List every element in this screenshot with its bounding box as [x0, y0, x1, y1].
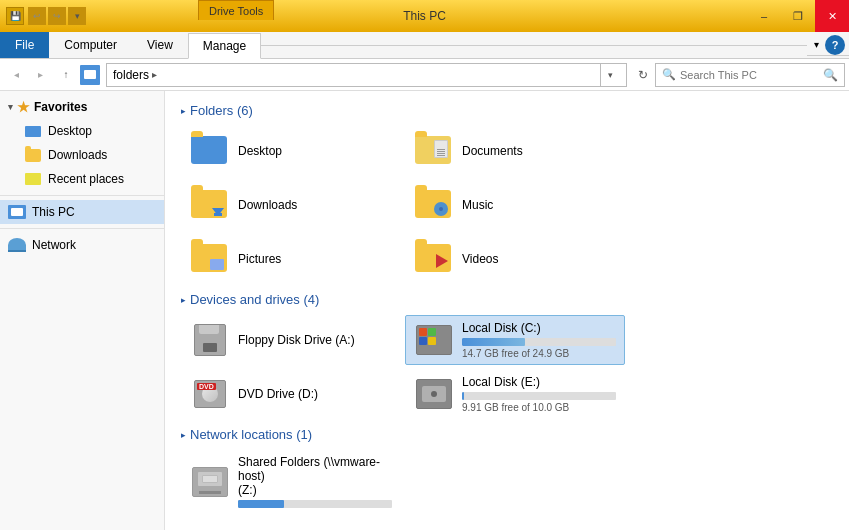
devices-grid: Floppy Disk Drive (A:): [181, 315, 833, 419]
drive-tools-tab[interactable]: Drive Tools: [198, 0, 274, 20]
device-dvd[interactable]: DVD DVD Drive (D:): [181, 369, 401, 419]
device-floppy[interactable]: Floppy Disk Drive (A:): [181, 315, 401, 365]
restore-button[interactable]: ❐: [781, 0, 815, 32]
main-container: ▾ ★ Favorites Desktop Downloads Recent p…: [0, 91, 849, 530]
shared-progress-bar: [238, 500, 284, 508]
folders-section-header[interactable]: ▸ Folders (6): [181, 103, 833, 118]
folders-chevron: ▸: [181, 106, 186, 116]
network-grid: Shared Folders (\\vmware-host) (Z:): [181, 450, 833, 513]
back-button[interactable]: ◂: [4, 63, 28, 87]
quick-access-dropdown[interactable]: ▾: [68, 7, 86, 25]
network-section-header[interactable]: ▸ Network locations (1): [181, 427, 833, 442]
device-localc[interactable]: Local Disk (C:) 14.7 GB free of 24.9 GB: [405, 315, 625, 365]
locale-progress-bar: [462, 392, 464, 400]
floppy-label: Floppy Disk Drive (A:): [238, 333, 392, 347]
breadcrumb-bar[interactable]: folders ▸ ▾: [106, 63, 627, 87]
desktop-icon: [24, 122, 42, 140]
sidebar-section-favorites[interactable]: ▾ ★ Favorites: [0, 95, 164, 119]
shared-drive-label: (Z:): [238, 483, 392, 497]
folder-pictures-icon: [190, 239, 230, 279]
device-shared[interactable]: Shared Folders (\\vmware-host) (Z:): [181, 450, 401, 513]
sidebar-item-network[interactable]: Network: [0, 233, 164, 257]
folder-downloads[interactable]: Downloads: [181, 180, 401, 230]
sidebar-downloads-label: Downloads: [48, 148, 107, 162]
sidebar-item-recent[interactable]: Recent places: [0, 167, 164, 191]
folder-desktop-icon: [190, 131, 230, 171]
sidebar-item-downloads[interactable]: Downloads: [0, 143, 164, 167]
devices-section-header[interactable]: ▸ Devices and drives (4): [181, 292, 833, 307]
devices-section-label: Devices and drives (4): [190, 292, 319, 307]
breadcrumb-dropdown-button[interactable]: ▾: [600, 63, 620, 87]
network-section-label: Network locations (1): [190, 427, 312, 442]
localc-progress-bar: [462, 338, 525, 346]
folder-desktop[interactable]: Desktop: [181, 126, 401, 176]
tab-manage[interactable]: Manage: [188, 33, 261, 59]
localc-progress-track: [462, 338, 616, 346]
folder-music-label: Music: [462, 198, 493, 212]
folder-videos-icon: [414, 239, 454, 279]
thispc-icon: [8, 203, 26, 221]
quick-access-redo[interactable]: ↪: [48, 7, 66, 25]
close-button[interactable]: ✕: [815, 0, 849, 32]
localc-size: 14.7 GB free of 24.9 GB: [462, 348, 616, 359]
search-submit-button[interactable]: 🔍: [823, 68, 838, 82]
locale-label: Local Disk (E:): [462, 375, 616, 389]
quick-access-save[interactable]: 💾: [6, 7, 24, 25]
ribbon-collapse-button[interactable]: ▾: [807, 36, 825, 54]
minimize-button[interactable]: –: [747, 0, 781, 32]
sidebar-thispc-label: This PC: [32, 205, 75, 219]
content-area: ▸ Folders (6) Desktop: [165, 91, 849, 530]
folder-downloads-icon: [190, 185, 230, 225]
folder-documents-label: Documents: [462, 144, 523, 158]
folder-pictures[interactable]: Pictures: [181, 234, 401, 284]
localc-icon: [414, 320, 454, 360]
tab-manage-label: Manage: [203, 39, 246, 53]
tab-computer[interactable]: Computer: [49, 32, 132, 58]
breadcrumb-thispc: folders: [113, 68, 149, 82]
folder-music-icon: [414, 185, 454, 225]
folder-desktop-label: Desktop: [238, 144, 282, 158]
folder-music[interactable]: Music: [405, 180, 625, 230]
recent-places-icon: [24, 170, 42, 188]
sidebar: ▾ ★ Favorites Desktop Downloads Recent p…: [0, 91, 165, 530]
title-bar: 💾 ↩ ↪ ▾ Drive Tools This PC – ❐ ✕: [0, 0, 849, 32]
sidebar-item-desktop[interactable]: Desktop: [0, 119, 164, 143]
tab-view[interactable]: View: [132, 32, 188, 58]
network-icon: [8, 236, 26, 254]
search-prefix-icon: 🔍: [662, 68, 676, 81]
search-box: 🔍 🔍: [655, 63, 845, 87]
tab-file[interactable]: File: [0, 32, 49, 58]
thispc-breadcrumb-icon: [80, 65, 100, 85]
breadcrumb-label: folders: [113, 68, 149, 82]
locale-size: 9.91 GB free of 10.0 GB: [462, 402, 616, 413]
up-button[interactable]: ↑: [54, 63, 78, 87]
floppy-info: Floppy Disk Drive (A:): [238, 333, 392, 347]
quick-access-undo[interactable]: ↩: [28, 7, 46, 25]
help-button[interactable]: ?: [825, 35, 845, 55]
forward-button[interactable]: ▸: [28, 63, 52, 87]
favorites-chevron: ▾: [8, 102, 13, 112]
locale-info: Local Disk (E:) 9.91 GB free of 10.0 GB: [462, 375, 616, 413]
window-title: This PC: [403, 9, 446, 23]
favorites-label: Favorites: [34, 100, 87, 114]
sidebar-recent-label: Recent places: [48, 172, 124, 186]
sidebar-item-thispc[interactable]: This PC: [0, 200, 164, 224]
dvd-info: DVD Drive (D:): [238, 387, 392, 401]
breadcrumb-separator: ▸: [152, 69, 157, 80]
folder-videos[interactable]: Videos: [405, 234, 625, 284]
folder-pictures-label: Pictures: [238, 252, 281, 266]
shared-folders-icon: [190, 462, 230, 502]
shared-label: Shared Folders (\\vmware-host): [238, 455, 392, 483]
shared-progress-track: [238, 500, 392, 508]
locale-icon: [414, 374, 454, 414]
search-input[interactable]: [680, 69, 820, 81]
device-locale[interactable]: Local Disk (E:) 9.91 GB free of 10.0 GB: [405, 369, 625, 419]
floppy-drive-icon: [190, 320, 230, 360]
refresh-button[interactable]: ↻: [631, 63, 655, 87]
locale-progress-track: [462, 392, 616, 400]
tab-computer-label: Computer: [64, 38, 117, 52]
window-controls: – ❐ ✕: [747, 0, 849, 32]
folder-documents-icon: [414, 131, 454, 171]
folder-documents[interactable]: Documents: [405, 126, 625, 176]
network-chevron: ▸: [181, 430, 186, 440]
